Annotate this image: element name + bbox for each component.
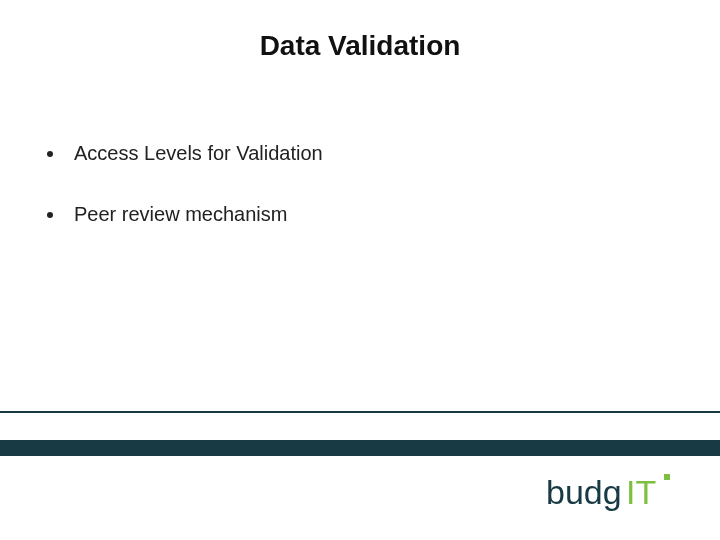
logo-dot-icon (664, 474, 670, 480)
slide-title: Data Validation (0, 30, 720, 62)
slide: Data Validation Access Levels for Valida… (0, 0, 720, 540)
list-item: Access Levels for Validation (66, 142, 323, 165)
list-item: Peer review mechanism (66, 203, 323, 226)
divider-thick (0, 440, 720, 456)
logo-text-green: IT (626, 473, 656, 511)
divider-thin (0, 411, 720, 413)
budgit-logo: budg IT (546, 470, 696, 516)
logo-text-dark: budg (546, 473, 622, 511)
budgit-logo-svg: budg IT (546, 470, 696, 516)
bullet-list: Access Levels for Validation Peer review… (46, 142, 323, 264)
